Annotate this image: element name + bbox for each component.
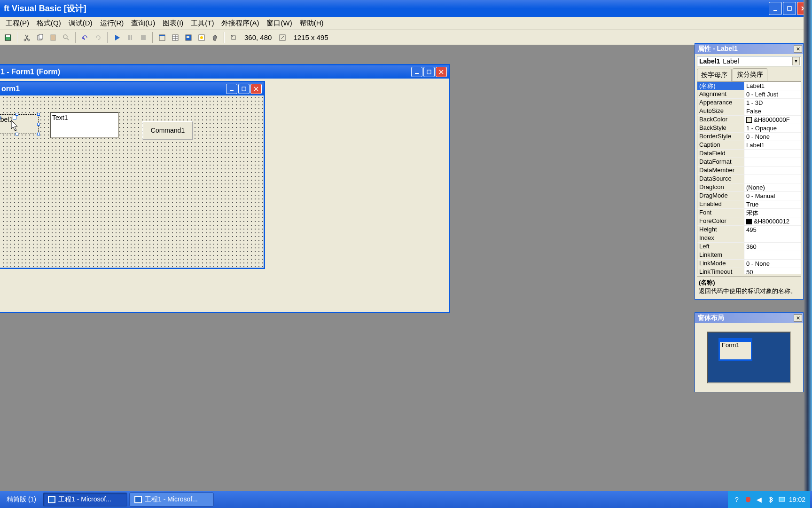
command-button-control[interactable]: Command1: [142, 121, 193, 140]
property-value[interactable]: (None): [744, 183, 801, 192]
properties-grid[interactable]: (名称)Label1Alignment0 - Left JustAppearan…: [697, 81, 801, 274]
property-row[interactable]: EnabledTrue: [697, 200, 801, 209]
clock[interactable]: 19:02: [789, 496, 805, 503]
property-value[interactable]: [744, 251, 801, 260]
property-row[interactable]: Height495: [697, 226, 801, 234]
form-maximize-button[interactable]: [238, 84, 250, 94]
property-row[interactable]: Index: [697, 234, 801, 243]
property-value[interactable]: Label1: [744, 82, 801, 90]
menu-project[interactable]: 工程(P): [2, 17, 33, 30]
properties-icon[interactable]: [169, 32, 181, 44]
textbox-control[interactable]: Text1: [50, 112, 119, 138]
property-value[interactable]: &H80000012: [744, 217, 801, 226]
property-value[interactable]: 1 - 3D: [744, 99, 801, 107]
menu-help[interactable]: 帮助(H): [296, 17, 328, 30]
arrow-icon[interactable]: ◀: [755, 495, 764, 504]
tab-categorized[interactable]: 按分类序: [733, 68, 767, 81]
property-row[interactable]: ForeColor&H80000012: [697, 217, 801, 226]
property-value[interactable]: [744, 158, 801, 167]
property-row[interactable]: DataFormat: [697, 158, 801, 167]
display-icon[interactable]: [778, 495, 786, 504]
copy-icon[interactable]: [34, 32, 46, 44]
property-row[interactable]: BackColor&H8000000F: [697, 116, 801, 124]
menu-format[interactable]: 格式(Q): [33, 17, 65, 30]
layout-form-preview[interactable]: Form1: [718, 338, 752, 361]
menu-query[interactable]: 查询(U): [127, 17, 159, 30]
layout-close-button[interactable]: ✕: [794, 314, 802, 322]
property-row[interactable]: DataField: [697, 150, 801, 158]
form-close-button[interactable]: [250, 84, 262, 94]
designer-close-button[interactable]: [436, 67, 447, 77]
layout-icon[interactable]: [182, 32, 195, 44]
taskbar-item-1[interactable]: 工程1 - Microsof...: [43, 492, 127, 507]
toolbox-icon[interactable]: [209, 32, 221, 44]
designer-maximize-button[interactable]: [423, 67, 435, 77]
form-titlebar[interactable]: orm1: [0, 82, 264, 95]
layout-titlebar[interactable]: 窗体布局 ✕: [695, 313, 803, 323]
property-row[interactable]: CaptionLabel1: [697, 141, 801, 150]
property-value[interactable]: True: [744, 200, 801, 209]
pause-icon[interactable]: [124, 32, 136, 44]
property-row[interactable]: (名称)Label1: [697, 82, 801, 90]
help-icon[interactable]: ?: [733, 495, 741, 504]
property-value[interactable]: [744, 234, 801, 243]
property-value[interactable]: 360: [744, 243, 801, 251]
property-row[interactable]: DataSource: [697, 175, 801, 183]
designer-titlebar[interactable]: 1 - Form1 (Form): [0, 65, 449, 79]
minimize-button[interactable]: [769, 2, 782, 15]
dropdown-arrow-icon[interactable]: ▼: [792, 57, 800, 65]
layout-screen[interactable]: Form1: [707, 332, 791, 383]
property-row[interactable]: Left360: [697, 243, 801, 251]
property-row[interactable]: Appearance1 - 3D: [697, 99, 801, 107]
properties-titlebar[interactable]: 属性 - Label1 ✕: [695, 44, 803, 54]
menu-debug[interactable]: 调试(D): [65, 17, 96, 30]
property-value[interactable]: [744, 167, 801, 175]
property-row[interactable]: Font宋体: [697, 209, 801, 217]
property-value[interactable]: False: [744, 107, 801, 116]
property-value[interactable]: 0 - None: [744, 133, 801, 141]
object-selector-dropdown[interactable]: Label1 Label ▼: [697, 56, 801, 66]
save-icon[interactable]: [2, 32, 14, 44]
shield-icon[interactable]: [744, 495, 752, 504]
property-row[interactable]: LinkMode0 - None: [697, 260, 801, 268]
property-row[interactable]: AutoSizeFalse: [697, 107, 801, 116]
menu-tools[interactable]: 工具(T): [187, 17, 218, 30]
property-value[interactable]: 1 - Opaque: [744, 124, 801, 133]
menu-addins[interactable]: 外接程序(A): [218, 17, 263, 30]
paste-icon[interactable]: [47, 32, 59, 44]
bluetooth-icon[interactable]: [766, 495, 775, 504]
property-value[interactable]: 0 - None: [744, 260, 801, 268]
taskbar-start-text[interactable]: 精简版 (1): [2, 492, 41, 507]
run-icon[interactable]: [111, 32, 123, 44]
cut-icon[interactable]: [21, 32, 33, 44]
property-value[interactable]: 0 - Manual: [744, 192, 801, 200]
property-value[interactable]: [744, 150, 801, 158]
menu-chart[interactable]: 图表(I): [159, 17, 187, 30]
undo-icon[interactable]: [79, 32, 91, 44]
property-row[interactable]: BorderStyle0 - None: [697, 133, 801, 141]
property-value[interactable]: [744, 175, 801, 183]
object-browser-icon[interactable]: [195, 32, 208, 44]
menu-window[interactable]: 窗口(W): [263, 17, 296, 30]
project-explorer-icon[interactable]: [156, 32, 168, 44]
property-value[interactable]: 宋体: [744, 209, 801, 217]
form-canvas[interactable]: abel1 Text1 Command1: [0, 95, 264, 268]
properties-close-button[interactable]: ✕: [794, 45, 802, 53]
property-row[interactable]: DragMode0 - Manual: [697, 192, 801, 200]
property-row[interactable]: LinkTimeout50: [697, 268, 801, 274]
redo-icon[interactable]: [92, 32, 104, 44]
property-value[interactable]: &H8000000F: [744, 116, 801, 124]
label-control[interactable]: abel1: [0, 114, 39, 134]
property-row[interactable]: DataMember: [697, 167, 801, 175]
property-row[interactable]: BackStyle1 - Opaque: [697, 124, 801, 133]
find-icon[interactable]: [60, 32, 72, 44]
menu-run[interactable]: 运行(R): [96, 17, 128, 30]
property-value[interactable]: 495: [744, 226, 801, 234]
taskbar-item-2[interactable]: 工程1 - Microsof...: [129, 492, 214, 507]
property-value[interactable]: Label1: [744, 141, 801, 150]
form-minimize-button[interactable]: [226, 84, 237, 94]
stop-icon[interactable]: [137, 32, 149, 44]
property-row[interactable]: LinkItem: [697, 251, 801, 260]
property-row[interactable]: DragIcon(None): [697, 183, 801, 192]
maximize-button[interactable]: [783, 2, 796, 15]
